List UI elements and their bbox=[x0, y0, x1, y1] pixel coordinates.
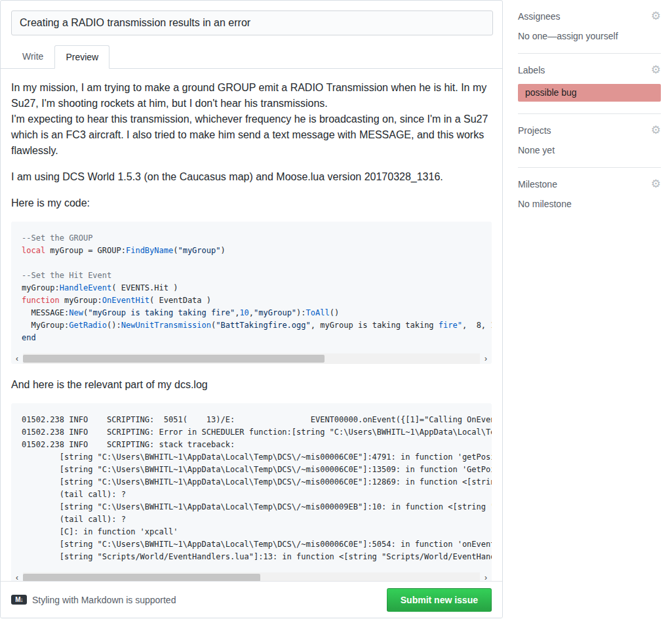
issue-sidebar: Assignees ⚙ No one—assign yourself Label… bbox=[518, 0, 661, 221]
projects-heading[interactable]: Projects bbox=[518, 125, 551, 136]
markdown-note-text: Styling with Markdown is supported bbox=[32, 595, 176, 605]
scrollbar-track[interactable] bbox=[23, 353, 480, 364]
write-preview-tabs: Write Preview bbox=[1, 45, 502, 69]
milestone-heading[interactable]: Milestone bbox=[518, 179, 557, 190]
gear-icon[interactable]: ⚙ bbox=[651, 179, 661, 190]
paragraph-line: I'm expecting to hear this transmission,… bbox=[11, 111, 492, 159]
labels-heading[interactable]: Labels bbox=[518, 65, 545, 75]
lua-code-block: --Set the GROUP local myGroup = GROUP:Fi… bbox=[11, 222, 492, 353]
milestone-section: Milestone ⚙ No milestone bbox=[518, 168, 661, 221]
markdown-support-note: M↓ Styling with Markdown is supported bbox=[11, 595, 176, 605]
assignees-heading[interactable]: Assignees bbox=[518, 11, 561, 22]
issue-title-input[interactable] bbox=[11, 10, 493, 35]
tab-preview[interactable]: Preview bbox=[54, 45, 109, 69]
dcs-log-block: 01502.238 INFO SCRIPTING: 5051( 13)/E: E… bbox=[11, 403, 492, 572]
scroll-right-arrow-icon[interactable]: › bbox=[480, 353, 492, 364]
projects-empty-text: None yet bbox=[518, 145, 661, 155]
gear-icon[interactable]: ⚙ bbox=[651, 11, 661, 22]
issue-composer: Write Preview In my mission, I am trying… bbox=[0, 0, 503, 618]
preview-pane: In my mission, I am trying to make a gro… bbox=[1, 69, 502, 583]
composer-footer: M↓ Styling with Markdown is supported Su… bbox=[1, 581, 502, 618]
body-paragraph-4: And here is the relevant part of my dcs.… bbox=[11, 377, 492, 393]
assignees-empty-text[interactable]: No one—assign yourself bbox=[518, 31, 661, 41]
label-possible-bug[interactable]: possible bug bbox=[518, 84, 661, 102]
milestone-empty-text: No milestone bbox=[518, 199, 661, 209]
paragraph-line: In my mission, I am trying to make a gro… bbox=[11, 80, 492, 111]
markdown-icon: M↓ bbox=[11, 595, 27, 605]
assignees-section: Assignees ⚙ No one—assign yourself bbox=[518, 0, 661, 54]
code-horizontal-scrollbar: ‹ › bbox=[11, 353, 492, 364]
body-paragraph-3: Here is my code: bbox=[11, 195, 492, 211]
body-paragraph-2: I am using DCS World 1.5.3 (on the Cauca… bbox=[11, 169, 492, 185]
gear-icon[interactable]: ⚙ bbox=[651, 125, 661, 136]
scroll-left-arrow-icon[interactable]: ‹ bbox=[11, 353, 23, 364]
submit-new-issue-button[interactable]: Submit new issue bbox=[387, 588, 492, 612]
labels-section: Labels ⚙ possible bug bbox=[518, 54, 661, 114]
body-paragraph-1: In my mission, I am trying to make a gro… bbox=[11, 80, 492, 159]
scrollbar-thumb[interactable] bbox=[23, 355, 325, 363]
projects-section: Projects ⚙ None yet bbox=[518, 114, 661, 168]
gear-icon[interactable]: ⚙ bbox=[651, 65, 661, 75]
tab-write[interactable]: Write bbox=[11, 45, 54, 68]
